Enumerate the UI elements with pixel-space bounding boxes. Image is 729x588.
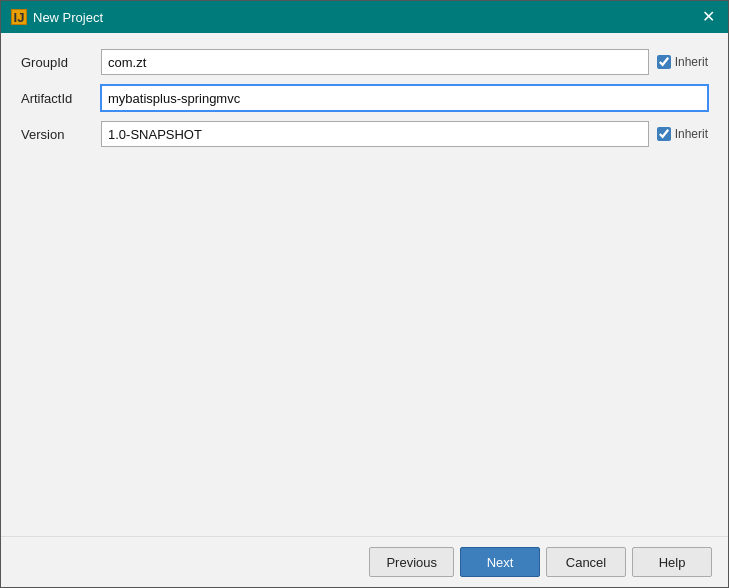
version-input[interactable]	[101, 121, 649, 147]
version-inherit-checkbox[interactable]	[657, 127, 671, 141]
group-id-inherit-label: Inherit	[675, 55, 708, 69]
help-button[interactable]: Help	[632, 547, 712, 577]
app-icon: IJ	[11, 9, 27, 25]
button-bar: Previous Next Cancel Help	[1, 536, 728, 587]
title-bar: IJ New Project ✕	[1, 1, 728, 33]
version-label: Version	[21, 127, 101, 142]
version-row: Version Inherit	[21, 121, 708, 147]
dialog-title: New Project	[33, 10, 103, 25]
artifact-id-label: ArtifactId	[21, 91, 101, 106]
group-id-inherit-container: Inherit	[657, 55, 708, 69]
group-id-inherit-checkbox[interactable]	[657, 55, 671, 69]
artifact-id-input[interactable]	[101, 85, 708, 111]
artifact-id-row: ArtifactId	[21, 85, 708, 111]
title-bar-left: IJ New Project	[11, 9, 103, 25]
new-project-dialog: IJ New Project ✕ GroupId Inherit Artifac…	[0, 0, 729, 588]
previous-button[interactable]: Previous	[369, 547, 454, 577]
group-id-label: GroupId	[21, 55, 101, 70]
form-content: GroupId Inherit ArtifactId Version Inher…	[1, 33, 728, 536]
content-spacer	[21, 157, 708, 520]
next-button[interactable]: Next	[460, 547, 540, 577]
version-inherit-label: Inherit	[675, 127, 708, 141]
close-button[interactable]: ✕	[698, 7, 718, 27]
cancel-button[interactable]: Cancel	[546, 547, 626, 577]
group-id-row: GroupId Inherit	[21, 49, 708, 75]
group-id-input[interactable]	[101, 49, 649, 75]
version-inherit-container: Inherit	[657, 127, 708, 141]
